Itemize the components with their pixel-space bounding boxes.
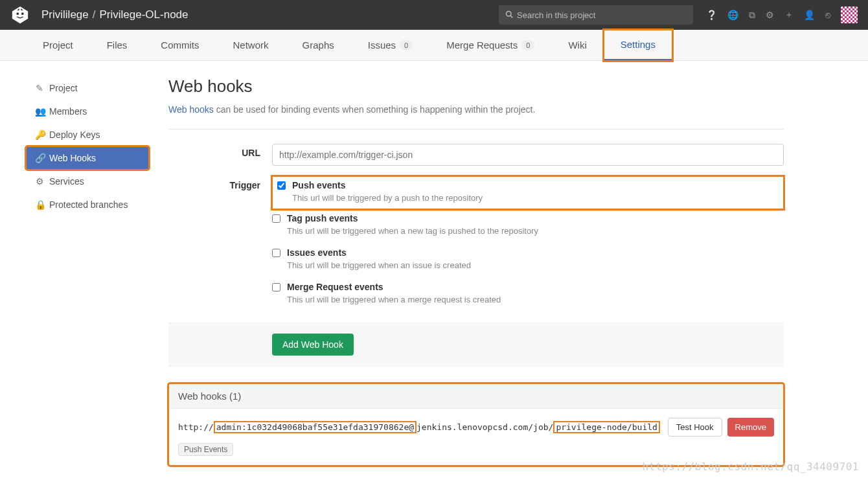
signout-icon[interactable]: ⎋ — [825, 10, 830, 20]
sidebar-item-services[interactable]: ⚙ Services — [26, 170, 149, 193]
lock-icon: 🔒 — [35, 199, 44, 210]
search-input[interactable] — [517, 10, 687, 20]
sidebar-item-label: Members — [49, 106, 87, 117]
hook-row: http:// admin:1c032d49068baf55e31efda319… — [178, 418, 774, 437]
trigger-issues-checkbox[interactable] — [272, 249, 280, 257]
project-tabs: Project Files Commits Network Graphs Iss… — [0, 30, 868, 61]
sidebar-item-deploy-keys[interactable]: 🔑 Deploy Keys — [26, 123, 149, 146]
navbar-icons: ❔ 🌐 ⧉ ⚙ ＋ 👤 ⎋ — [706, 6, 858, 23]
intro-text: can be used for binding events when some… — [214, 104, 536, 115]
tab-graphs[interactable]: Graphs — [286, 30, 351, 61]
sidebar-item-members[interactable]: 👥 Members — [26, 100, 149, 123]
tab-merge-requests[interactable]: Merge Requests 0 — [429, 30, 551, 61]
hook-url-prefix: http:// — [178, 422, 214, 432]
edit-icon: ✎ — [35, 83, 44, 93]
issues-count: 0 — [400, 40, 413, 51]
trigger-push-checkbox[interactable] — [277, 181, 286, 190]
avatar[interactable] — [841, 6, 858, 23]
trigger-title: Issues events — [287, 247, 471, 258]
settings-sidebar: ✎ Project 👥 Members 🔑 Deploy Keys 🔗 Web … — [26, 76, 149, 466]
trigger-label: Trigger — [168, 176, 272, 312]
hook-url-credentials: admin:1c032d49068baf55e31efda31970862e@ — [214, 421, 417, 433]
remove-hook-button[interactable]: Remove — [727, 418, 774, 437]
trigger-desc: This url will be triggered when an issue… — [287, 260, 471, 270]
sidebar-item-label: Deploy Keys — [49, 130, 100, 140]
tab-issues[interactable]: Issues 0 — [351, 30, 429, 61]
hooks-panel-title: Web hooks (1) — [169, 384, 783, 409]
breadcrumb-sep: / — [93, 8, 96, 21]
sidebar-item-label: Protected branches — [49, 199, 128, 210]
add-webhook-button[interactable]: Add Web Hook — [272, 334, 354, 356]
trigger-tag-push: Tag push events This url will be trigger… — [272, 209, 784, 244]
breadcrumb-group[interactable]: Privililege — [41, 8, 89, 21]
svg-point-1 — [16, 12, 19, 15]
trigger-tag-checkbox[interactable] — [272, 214, 280, 223]
gears-icon[interactable]: ⚙ — [766, 10, 774, 20]
existing-hooks-panel: Web hooks (1) http:// admin:1c032d49068b… — [168, 383, 784, 466]
tab-commits[interactable]: Commits — [144, 30, 216, 61]
content-area: Web hooks Web hooks can be used for bind… — [168, 76, 784, 466]
hook-event-tag: Push Events — [178, 443, 233, 456]
tab-network[interactable]: Network — [216, 30, 286, 61]
trigger-push: Push events This url will be triggered b… — [272, 176, 784, 209]
breadcrumb: Privililege / Privilege-OL-node — [41, 8, 188, 21]
gear-icon: ⚙ — [35, 176, 44, 187]
svg-point-5 — [507, 11, 512, 16]
trigger-issues: Issues events This url will be triggered… — [272, 244, 784, 278]
webhooks-doc-link[interactable]: Web hooks — [168, 104, 214, 115]
tab-files[interactable]: Files — [90, 30, 144, 61]
svg-line-6 — [510, 16, 512, 17]
hook-url: http:// admin:1c032d49068baf55e31efda319… — [178, 421, 660, 433]
tab-wiki[interactable]: Wiki — [551, 30, 603, 61]
search-icon — [505, 10, 513, 20]
key-icon: 🔑 — [35, 130, 44, 140]
breadcrumb-project[interactable]: Privilege-OL-node — [99, 8, 188, 21]
app-logo[interactable] — [10, 5, 30, 25]
sidebar-item-label: Services — [49, 176, 84, 187]
help-icon[interactable]: ❔ — [706, 10, 717, 20]
trigger-desc: This url will be triggered when a new ta… — [287, 226, 538, 236]
page-title: Web hooks — [168, 76, 784, 97]
tab-project[interactable]: Project — [26, 30, 90, 61]
tab-settings[interactable]: Settings — [604, 30, 672, 61]
sidebar-item-label: Web Hooks — [49, 153, 96, 163]
hook-url-host: jenkins.lenovopcsd.com/job/ — [417, 422, 553, 432]
trigger-desc: This url will be triggered when a merge … — [287, 295, 501, 304]
url-label: URL — [168, 144, 272, 166]
user-icon[interactable]: 👤 — [804, 10, 815, 20]
form-footer: Add Web Hook — [168, 323, 784, 367]
top-navbar: Privililege / Privilege-OL-node ❔ 🌐 ⧉ ⚙ … — [0, 0, 868, 30]
svg-point-2 — [21, 12, 24, 15]
link-icon: 🔗 — [35, 153, 44, 163]
sidebar-item-web-hooks[interactable]: 🔗 Web Hooks — [26, 146, 149, 170]
members-icon: 👥 — [35, 106, 44, 117]
sidebar-item-project[interactable]: ✎ Project — [26, 76, 149, 100]
trigger-list: Push events This url will be triggered b… — [272, 176, 784, 312]
search-box[interactable] — [499, 5, 693, 25]
trigger-title: Push events — [292, 180, 483, 190]
plus-icon[interactable]: ＋ — [784, 9, 794, 21]
svg-marker-0 — [12, 6, 28, 23]
trigger-desc: This url will be triggered by a push to … — [292, 193, 483, 203]
url-input[interactable] — [272, 144, 784, 166]
page-intro: Web hooks can be used for binding events… — [168, 104, 784, 115]
hook-url-path: privilege-node/build — [553, 421, 660, 433]
copy-icon[interactable]: ⧉ — [749, 10, 755, 21]
sidebar-item-protected-branches[interactable]: 🔒 Protected branches — [26, 193, 149, 216]
merge-count: 0 — [521, 40, 534, 51]
test-hook-button[interactable]: Test Hook — [668, 418, 722, 437]
trigger-merge-request: Merge Request events This url will be tr… — [272, 278, 784, 312]
globe-icon[interactable]: 🌐 — [727, 10, 738, 20]
trigger-merge-checkbox[interactable] — [272, 283, 280, 291]
sidebar-item-label: Project — [49, 83, 78, 93]
trigger-title: Merge Request events — [287, 282, 501, 292]
trigger-title: Tag push events — [287, 213, 538, 223]
webhook-form: URL Trigger Push events This url will be… — [168, 129, 784, 367]
